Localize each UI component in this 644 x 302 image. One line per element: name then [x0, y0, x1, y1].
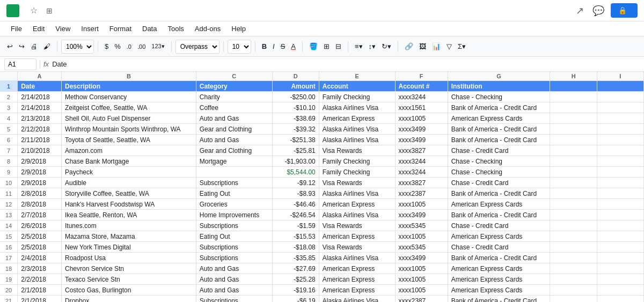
h-cell[interactable]: [550, 242, 597, 253]
amount-cell[interactable]: -$35.85: [272, 253, 319, 263]
date-cell[interactable]: 2/12/2018: [18, 124, 62, 135]
institution-cell[interactable]: Chase - Checking: [448, 156, 550, 167]
col-header-e[interactable]: E: [319, 72, 395, 81]
account-cell[interactable]: Alaska Airlines Visa: [319, 253, 395, 263]
halign-button[interactable]: ≡▾: [352, 41, 365, 52]
account-cell[interactable]: Alaska Airlines Visa: [319, 296, 395, 303]
cat-cell[interactable]: Auto and Gas: [196, 263, 272, 274]
accountnum-cell[interactable]: xxxx1005: [395, 231, 448, 242]
accountnum-cell[interactable]: xxxx1005: [395, 285, 448, 296]
account-cell[interactable]: Visa Rewards: [319, 242, 395, 253]
menu-file[interactable]: File: [6, 24, 26, 34]
h-cell[interactable]: [550, 253, 597, 263]
row-num-16[interactable]: 16: [0, 242, 18, 253]
cell-g1[interactable]: Institution: [448, 81, 550, 92]
cat-cell[interactable]: Eating Out: [196, 188, 272, 199]
h-cell[interactable]: [550, 285, 597, 296]
desc-cell[interactable]: Zeitgeist Coffee, Seattle, WA: [61, 102, 196, 113]
amount-cell[interactable]: -$19.16: [272, 285, 319, 296]
comments-button[interactable]: 💬: [590, 3, 606, 19]
desc-cell[interactable]: Costco Gas, Burlington: [61, 285, 196, 296]
institution-cell[interactable]: Bank of America - Credit Card: [448, 135, 550, 145]
accountnum-cell[interactable]: xxxx3499: [395, 135, 448, 145]
i-cell[interactable]: [597, 113, 643, 124]
h-cell[interactable]: [550, 124, 597, 135]
menu-view[interactable]: View: [51, 24, 75, 34]
amount-cell[interactable]: -$246.54: [272, 210, 319, 220]
i-cell[interactable]: [597, 220, 643, 231]
desc-cell[interactable]: Audible: [61, 178, 196, 188]
date-cell[interactable]: 2/1/2018: [18, 285, 62, 296]
col-header-c[interactable]: C: [196, 72, 272, 81]
row-num-3[interactable]: 3: [0, 102, 18, 113]
institution-cell[interactable]: Chase - Credit Card: [448, 178, 550, 188]
amount-cell[interactable]: -$250.00: [272, 92, 319, 102]
menu-format[interactable]: Format: [105, 24, 136, 34]
row-num-17[interactable]: 17: [0, 253, 18, 263]
date-cell[interactable]: 2/9/2018: [18, 156, 62, 167]
print-button[interactable]: 🖨: [28, 41, 40, 52]
folder-button[interactable]: ⊞: [44, 4, 55, 17]
menu-insert[interactable]: Insert: [77, 24, 103, 34]
institution-cell[interactable]: Bank of America - Credit Card: [448, 124, 550, 135]
i-cell[interactable]: [597, 274, 643, 285]
row-num-21[interactable]: 21: [0, 296, 18, 303]
h-cell[interactable]: [550, 145, 597, 156]
h-cell[interactable]: [550, 113, 597, 124]
menu-data[interactable]: Data: [138, 24, 161, 34]
accountnum-cell[interactable]: xxxx3827: [395, 178, 448, 188]
h-cell[interactable]: [550, 231, 597, 242]
undo-button[interactable]: ↩: [4, 41, 16, 52]
cell-b1[interactable]: Description: [61, 81, 196, 92]
account-cell[interactable]: American Express: [319, 274, 395, 285]
row-num-15[interactable]: 15: [0, 231, 18, 242]
institution-cell[interactable]: American Express Cards: [448, 285, 550, 296]
cat-cell[interactable]: Home Improvements: [196, 210, 272, 220]
institution-cell[interactable]: Chase - Credit Card: [448, 242, 550, 253]
desc-cell[interactable]: Itunes.com: [61, 220, 196, 231]
i-cell[interactable]: [597, 285, 643, 296]
i-cell[interactable]: [597, 210, 643, 220]
insert-chart-button[interactable]: 📊: [429, 41, 443, 52]
accountnum-cell[interactable]: xxxx3499: [395, 210, 448, 220]
account-cell[interactable]: Alaska Airlines Visa: [319, 210, 395, 220]
i-cell[interactable]: [597, 231, 643, 242]
desc-cell[interactable]: Amazon.com: [61, 145, 196, 156]
date-cell[interactable]: 2/9/2018: [18, 167, 62, 178]
amount-cell[interactable]: -$39.32: [272, 124, 319, 135]
institution-cell[interactable]: Chase - Checking: [448, 167, 550, 178]
cat-cell[interactable]: Subscriptions: [196, 220, 272, 231]
cat-cell[interactable]: Subscriptions: [196, 242, 272, 253]
formula-input[interactable]: [52, 60, 640, 68]
institution-cell[interactable]: Chase - Credit Card: [448, 220, 550, 231]
i-cell[interactable]: [597, 124, 643, 135]
format123-button[interactable]: 123▾: [149, 41, 167, 51]
h-cell[interactable]: [550, 199, 597, 210]
accountnum-cell[interactable]: xxxx1005: [395, 199, 448, 210]
accountnum-cell[interactable]: xxxx5345: [395, 220, 448, 231]
date-cell[interactable]: 2/11/2018: [18, 135, 62, 145]
decimal00-button[interactable]: .00: [135, 42, 148, 51]
col-header-a[interactable]: A: [18, 72, 62, 81]
date-cell[interactable]: 2/8/2018: [18, 199, 62, 210]
cell-e1[interactable]: Account: [319, 81, 395, 92]
amount-cell[interactable]: -$251.38: [272, 135, 319, 145]
account-cell[interactable]: American Express: [319, 199, 395, 210]
row-num-20[interactable]: 20: [0, 285, 18, 296]
institution-cell[interactable]: Bank of America - Credit Card: [448, 102, 550, 113]
borders-button[interactable]: ⊞: [321, 41, 332, 52]
font-select[interactable]: Overpass: [175, 40, 219, 54]
cat-cell[interactable]: Groceries: [196, 199, 272, 210]
amount-cell[interactable]: -$10.10: [272, 102, 319, 113]
h-cell[interactable]: [550, 274, 597, 285]
desc-cell[interactable]: New York Times Digital: [61, 242, 196, 253]
amount-cell[interactable]: -$15.53: [272, 231, 319, 242]
date-cell[interactable]: 2/13/2018: [18, 113, 62, 124]
accountnum-cell[interactable]: xxxx1561: [395, 102, 448, 113]
desc-cell[interactable]: Roadpost Usa: [61, 253, 196, 263]
text-color-button[interactable]: A: [288, 41, 298, 52]
desc-cell[interactable]: Chevron Service Stn: [61, 263, 196, 274]
h-cell[interactable]: [550, 210, 597, 220]
desc-cell[interactable]: Paycheck: [61, 167, 196, 178]
i-cell[interactable]: [597, 102, 643, 113]
